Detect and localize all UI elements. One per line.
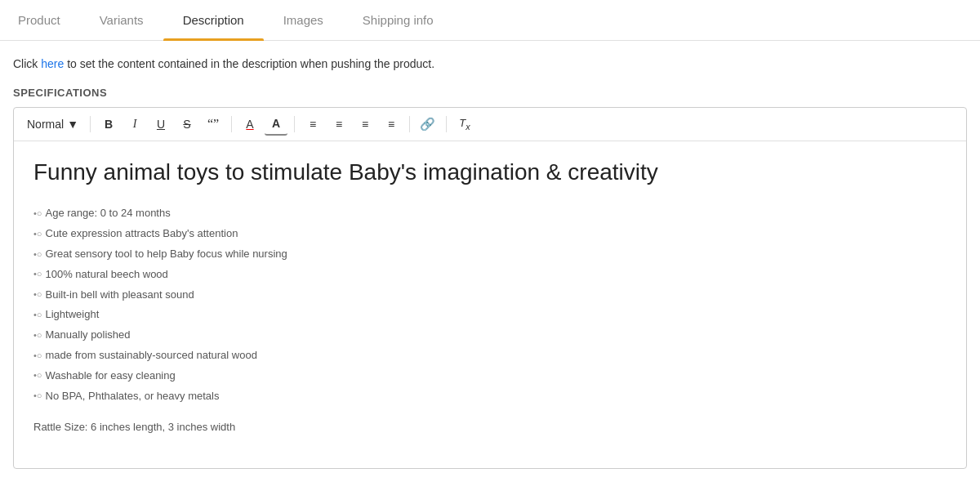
toolbar-indent-increase-button[interactable]: ≡ <box>380 113 403 136</box>
list-item: Washable for easy cleaning <box>33 366 947 386</box>
section-label: SPECIFICATIONS <box>13 87 967 99</box>
list-item: made from sustainably-sourced natural wo… <box>33 346 947 366</box>
list-item: Cute expression attracts Baby's attentio… <box>33 224 947 244</box>
toolbar-divider-2 <box>231 116 232 132</box>
toolbar-italic-button[interactable]: I <box>123 113 146 136</box>
list-item: Great sensory tool to help Baby focus wh… <box>33 244 947 265</box>
tab-product[interactable]: Product <box>13 0 80 40</box>
toolbar-unordered-list-button[interactable]: ≡ <box>327 113 350 136</box>
tab-navigation: Product Variants Description Images Ship… <box>0 0 980 41</box>
toolbar-divider-1 <box>90 116 91 132</box>
info-link[interactable]: here <box>41 57 64 70</box>
toolbar-font-bg-button[interactable]: A <box>265 113 287 136</box>
tab-variants[interactable]: Variants <box>80 0 163 40</box>
editor-heading: Funny animal toys to stimulate Baby's im… <box>33 158 947 187</box>
list-item: Lightweight <box>33 305 947 325</box>
toolbar-bold-button[interactable]: B <box>97 113 120 136</box>
toolbar-divider-5 <box>446 116 447 132</box>
bullet-list: Age range: 0 to 24 months Cute expressio… <box>33 203 947 406</box>
toolbar-underline-button[interactable]: U <box>149 113 172 136</box>
list-item: Age range: 0 to 24 months <box>33 203 947 224</box>
list-item: No BPA, Phthalates, or heavy metals <box>33 386 947 407</box>
toolbar-clear-format-button[interactable]: Tx <box>453 113 476 136</box>
toolbar-divider-3 <box>294 116 295 132</box>
info-prefix: Click <box>13 57 41 70</box>
toolbar-divider-4 <box>409 116 410 132</box>
toolbar-link-button[interactable]: 🔗 <box>416 113 439 136</box>
tab-description[interactable]: Description <box>163 0 264 40</box>
list-item: Built-in bell with pleasant sound <box>33 285 947 306</box>
format-selector[interactable]: Normal ▼ <box>22 115 83 133</box>
toolbar-strikethrough-button[interactable]: S <box>176 113 198 136</box>
editor-wrapper: Normal ▼ B I U S “” A A ≡ ≡ ≡ ≡ 🔗 Tx <box>13 107 967 469</box>
list-item: Manually polished <box>33 325 947 346</box>
tab-shipping[interactable]: Shipping info <box>343 0 453 40</box>
format-label: Normal <box>27 118 64 131</box>
format-chevron: ▼ <box>67 118 78 131</box>
info-text: Click here to set the content contained … <box>13 57 967 70</box>
toolbar-ordered-list-button[interactable]: ≡ <box>301 113 324 136</box>
rattle-size-text: Rattle Size: 6 inches length, 3 inches w… <box>33 419 947 436</box>
toolbar-font-color-button[interactable]: A <box>238 113 261 136</box>
list-item: 100% natural beech wood <box>33 265 947 285</box>
editor-toolbar: Normal ▼ B I U S “” A A ≡ ≡ ≡ ≡ 🔗 Tx <box>14 108 966 141</box>
editor-body[interactable]: Funny animal toys to stimulate Baby's im… <box>14 141 966 468</box>
info-suffix: to set the content contained in the desc… <box>64 57 434 70</box>
tab-images[interactable]: Images <box>264 0 343 40</box>
toolbar-quote-button[interactable]: “” <box>202 113 225 136</box>
toolbar-indent-decrease-button[interactable]: ≡ <box>354 113 376 136</box>
page-content: Click here to set the content contained … <box>0 41 980 482</box>
